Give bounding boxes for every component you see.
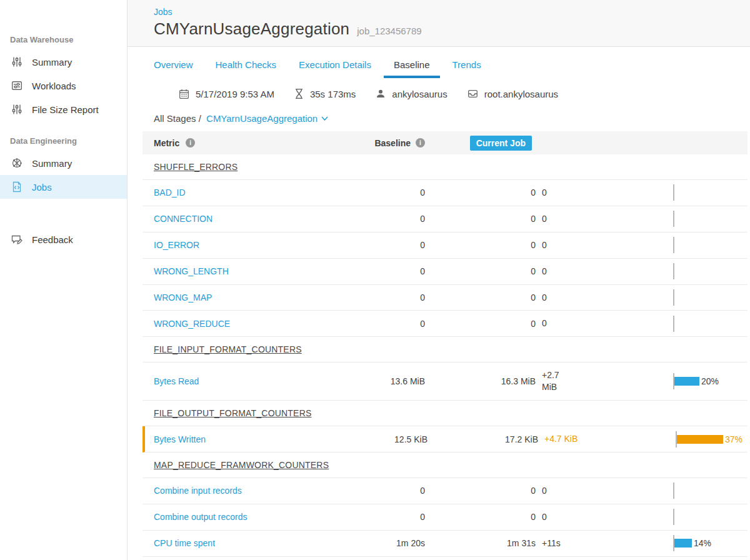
metric-link[interactable]: WRONG_MAP	[154, 292, 212, 302]
metric-link[interactable]: Bytes Written	[154, 434, 206, 444]
breadcrumb[interactable]: Jobs	[154, 7, 172, 17]
bar-zero-tick	[673, 211, 674, 227]
delta-value: +11s	[536, 531, 673, 556]
tab-baseline[interactable]: Baseline	[384, 59, 440, 78]
change-bar	[673, 206, 745, 232]
sidebar-item-label: Summary	[32, 57, 72, 68]
table-group-row: FILE_INPUT_FORMAT_COUNTERS	[142, 337, 748, 362]
baseline-column-header: Baseline	[374, 138, 411, 148]
metric-link[interactable]: Combine input records	[154, 486, 242, 496]
delta-value: 0	[536, 180, 673, 206]
bar-zero-tick	[673, 237, 674, 253]
metric-link[interactable]: WRONG_LENGTH	[154, 266, 229, 276]
tab-bar: OverviewHealth ChecksExecution DetailsBa…	[144, 59, 750, 78]
metric-cell: Combine output records	[142, 512, 350, 522]
metric-cell: CONNECTION	[142, 214, 350, 224]
metric-cell: CPU time spent	[142, 538, 350, 548]
table-row: WRONG_MAP 0 0 0	[142, 285, 748, 311]
change-bar	[673, 311, 745, 336]
metric-link[interactable]: Bytes Read	[154, 376, 199, 386]
delta-value: 0	[536, 285, 673, 311]
app-window: Data Warehouse Summary Workloads File Si…	[0, 0, 750, 560]
sliders-icon	[10, 104, 24, 115]
counter-group-label: MAP_REDUCE_FRAMWORK_COUNTERS	[142, 460, 748, 470]
info-icon[interactable]: i	[186, 138, 195, 148]
sidebar-item-file-size-report[interactable]: File Size Report	[0, 98, 127, 121]
meta-item: ankylosaurus	[376, 89, 447, 99]
metric-cell: Bytes Written	[145, 434, 352, 444]
current-value: 0	[425, 240, 536, 250]
table-row: IO_ERROR 0 0 0	[142, 232, 748, 259]
metric-cell: Bytes Read	[142, 376, 350, 386]
sidebar-item-label: File Size Report	[32, 104, 99, 115]
sidebar-item-label: Workloads	[32, 81, 76, 91]
meta-value: root.ankylosaurus	[484, 89, 558, 99]
metric-link[interactable]: Combine output records	[154, 512, 247, 522]
metric-link[interactable]: IO_ERROR	[154, 240, 199, 250]
meta-item: 5/17/2019 9:53 AM	[179, 89, 274, 99]
sidebar-item-jobs[interactable]: Jobs	[0, 175, 127, 199]
change-bar: 14%	[673, 531, 745, 556]
jobs-doc-icon	[10, 181, 24, 192]
current-value: 0	[425, 266, 536, 276]
title-row: CMYarnUsageAggregation job_123456789	[154, 19, 750, 39]
delta-value: +4.7 KiB	[538, 426, 676, 452]
table-row: WRONG_LENGTH 0 0 0	[142, 259, 748, 285]
delta-value: 0	[536, 504, 673, 530]
meta-item: 35s 173ms	[294, 88, 356, 99]
tab-trends[interactable]: Trends	[442, 59, 491, 78]
sidebar-item-summary[interactable]: Summary	[0, 151, 127, 175]
baseline-value: 13.6 MiB	[350, 376, 425, 386]
workloads-icon	[10, 80, 24, 91]
sidebar: Data Warehouse Summary Workloads File Si…	[0, 0, 128, 560]
metric-cell: Combine input records	[142, 486, 350, 496]
current-job-column-header-cell: Current Job	[425, 136, 536, 151]
change-bar	[673, 232, 745, 258]
table-group-row: MAP_REDUCE_FRAMWORK_COUNTERS	[142, 452, 748, 478]
sidebar-item-workloads[interactable]: Workloads	[0, 74, 127, 98]
current-value: 1m 31s	[425, 538, 536, 548]
tab-health-checks[interactable]: Health Checks	[206, 59, 287, 78]
baseline-value: 1m 20s	[350, 538, 425, 548]
metric-link[interactable]: CPU time spent	[154, 538, 215, 548]
metric-column-header: Metric	[154, 138, 179, 148]
user-icon	[376, 89, 386, 99]
current-value: 0	[425, 188, 536, 198]
sidebar-item-feedback[interactable]: Feedback	[0, 228, 127, 251]
meta-item: root.ankylosaurus	[468, 89, 558, 99]
table-row: WRONG_REDUCE 0 0 0	[142, 311, 748, 337]
baseline-value: 0	[350, 214, 425, 224]
baseline-value: 0	[350, 486, 425, 496]
change-bar: 37%	[676, 426, 748, 452]
bar-percent-label: 37%	[725, 434, 742, 444]
current-value: 0	[425, 512, 536, 522]
sidebar-item-label: Jobs	[32, 182, 52, 192]
current-job-chip[interactable]: Current Job	[470, 136, 532, 151]
current-value: 0	[425, 486, 536, 496]
delta-value: 0	[536, 259, 673, 284]
hourglass-icon	[294, 88, 304, 99]
sidebar-item-label: Feedback	[32, 234, 73, 245]
tab-overview[interactable]: Overview	[144, 59, 203, 78]
meta-value: 35s 173ms	[310, 89, 356, 99]
baseline-column-header-cell: Baseline i	[350, 138, 425, 148]
change-bar: 20%	[673, 362, 745, 400]
delta-value: 0	[536, 232, 673, 258]
metric-column-header-cell: Metric i	[142, 138, 350, 148]
tab-execution-details[interactable]: Execution Details	[289, 59, 381, 78]
delta-value: 0	[536, 206, 673, 232]
metric-link[interactable]: BAD_ID	[154, 188, 186, 198]
stage-dropdown[interactable]: CMYarnUsageAggregation	[206, 113, 328, 124]
info-icon[interactable]: i	[416, 138, 425, 148]
metric-cell: WRONG_MAP	[142, 292, 350, 302]
metric-link[interactable]: CONNECTION	[154, 214, 212, 224]
bar-fill	[677, 435, 723, 444]
metric-link[interactable]: WRONG_REDUCE	[154, 319, 230, 329]
delta-value: 0	[536, 478, 673, 504]
table-header-row: Metric i Baseline i Current Job	[142, 131, 748, 154]
sidebar-item-summary[interactable]: Summary	[0, 50, 127, 74]
counter-group-label: FILE_OUTPUT_FORMAT_COUNTERS	[142, 408, 748, 418]
current-value: 0	[425, 292, 536, 302]
baseline-value: 0	[350, 188, 425, 198]
baseline-value: 0	[350, 319, 425, 329]
